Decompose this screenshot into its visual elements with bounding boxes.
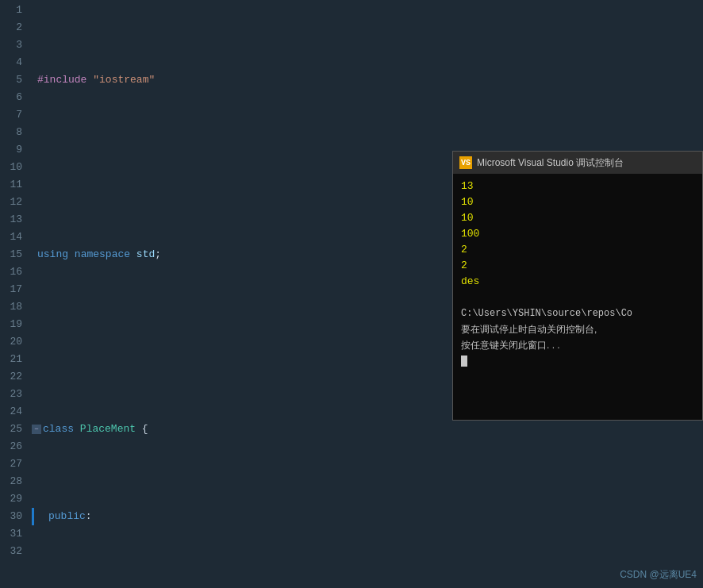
collapse-5[interactable]: − — [32, 425, 41, 434]
line-numbers: 1234 5678 9101112 13141516 17181920 2122… — [0, 0, 29, 588]
code-content[interactable]: #include "iostream" using namespace std;… — [29, 0, 444, 588]
watermark: CSDN @远离UE4 — [620, 568, 697, 582]
code-line-3: using namespace std; — [32, 246, 444, 263]
cursor — [461, 355, 467, 367]
output-line-6: 2 — [461, 258, 694, 274]
output-line-5: 2 — [461, 242, 694, 258]
output-line-4: 100 — [461, 226, 694, 242]
code-line-6: public: — [32, 508, 444, 525]
code-line-5: − class PlaceMent { — [32, 421, 444, 438]
output-line-3: 10 — [461, 210, 694, 226]
console-body: 13 10 10 100 2 2 des C:\Users\YSHIN\sour… — [453, 174, 702, 420]
vs-icon: VS — [459, 156, 472, 169]
console-window[interactable]: VS Microsoft Visual Studio 调试控制台 13 10 1… — [452, 151, 703, 421]
output-line-7: des — [461, 274, 694, 290]
console-note-1: 要在调试停止时自动关闭控制台, — [461, 321, 694, 337]
code-editor[interactable]: 1234 5678 9101112 13141516 17181920 2122… — [0, 0, 444, 588]
code-line-4 — [32, 333, 444, 351]
console-note-2: 按任意键关闭此窗口. . . — [461, 337, 694, 353]
console-titlebar: VS Microsoft Visual Studio 调试控制台 — [453, 152, 702, 174]
console-path: C:\Users\YSHIN\source\repos\Co — [461, 306, 694, 321]
console-title: Microsoft Visual Studio 调试控制台 — [477, 156, 624, 170]
code-line-2 — [32, 159, 444, 176]
code-line-1: #include "iostream" — [32, 71, 444, 89]
output-line-2: 10 — [461, 194, 694, 210]
output-line-1: 13 — [461, 179, 694, 194]
